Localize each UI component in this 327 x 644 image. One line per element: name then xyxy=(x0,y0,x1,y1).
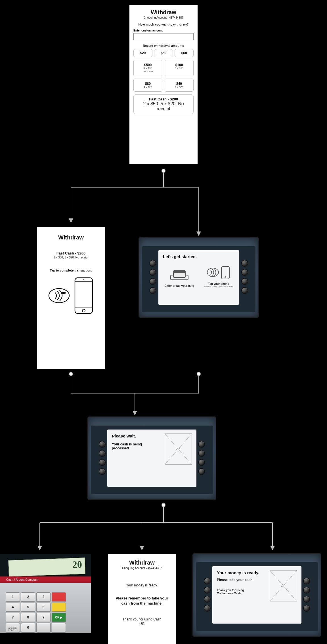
atm-side-button[interactable] xyxy=(242,270,248,275)
svg-marker-30 xyxy=(37,546,42,550)
svg-point-20 xyxy=(197,372,200,376)
fast-cash-breakdown: 2 x $50, 5 x $20, No receipt xyxy=(41,256,101,259)
atm-side-button[interactable] xyxy=(304,578,309,584)
atm-please-wait: Please wait. Your cash is being processe… xyxy=(88,417,216,499)
recent-amount-button[interactable]: $60 xyxy=(175,49,194,57)
fast-cash-amount: Fast Cash - $200 xyxy=(41,251,101,255)
banknote-denomination: 20 xyxy=(72,559,82,570)
keypad-key[interactable]: 7 xyxy=(6,613,20,622)
atm-side-button[interactable] xyxy=(199,451,204,456)
amount-option-button[interactable]: $80 4 x $20 xyxy=(133,79,162,92)
atm-side-button[interactable] xyxy=(242,288,248,293)
svg-point-0 xyxy=(162,169,165,172)
recent-amount-button[interactable]: $50 xyxy=(154,49,173,57)
svg-marker-4 xyxy=(69,218,73,223)
keypad-key[interactable]: 4 xyxy=(6,603,20,612)
atm-side-button[interactable] xyxy=(304,605,309,611)
atm-side-button[interactable] xyxy=(150,270,156,275)
phone-money-ready: Withdraw Chequing Account - 457454357 Yo… xyxy=(108,554,176,644)
svg-rect-15 xyxy=(173,271,185,273)
phone-withdraw-options: Withdraw Chequing Account - 457454357 Ho… xyxy=(129,5,198,164)
atm-option-phone[interactable]: Tap your phone with the Contactless Inte… xyxy=(204,265,233,287)
phone-tap-confirm: Withdraw Fast Cash - $200 2 x $50, 5 x $… xyxy=(37,227,105,369)
amount-option-button[interactable]: $100 5 x $20 xyxy=(165,60,194,76)
atm-side-button[interactable] xyxy=(204,578,210,584)
page-title: Withdraw xyxy=(133,9,194,16)
keypad-key[interactable]: 0 xyxy=(21,623,35,632)
keypad-key[interactable] xyxy=(52,623,66,632)
atm-side-button[interactable] xyxy=(150,288,156,293)
atm-side-button[interactable] xyxy=(99,441,105,447)
keypad-key[interactable]: 2 xyxy=(21,592,35,601)
custom-amount-input[interactable] xyxy=(133,33,194,40)
card-slot-icon xyxy=(169,269,189,281)
banknote: 20 xyxy=(8,557,85,576)
keypad-key[interactable]: 5 xyxy=(21,603,35,612)
atm-side-button[interactable] xyxy=(150,279,156,284)
atm-money-ready: Your money is ready. Please take your ca… xyxy=(193,554,321,636)
keypad-key[interactable]: DECIMALPOINT xyxy=(6,623,20,632)
atm-side-button[interactable] xyxy=(99,451,105,456)
atm-side-button[interactable] xyxy=(304,587,309,593)
atm-thanks: Thank you for using Contactless Cash. xyxy=(217,589,254,595)
keypad-key[interactable]: 8 xyxy=(21,613,35,622)
keypad-clear[interactable] xyxy=(52,603,66,612)
amount-option-button[interactable]: $500 2 x $50 20 x $20 xyxy=(133,60,162,76)
keypad-enter[interactable]: OK ▶ xyxy=(52,613,66,622)
atm-option-card-label: Enter or tap your card xyxy=(165,284,194,287)
keypad-plate: 1 2 3 4 5 6 7 8 9 OK ▶ DECIMALPOINT 0 xyxy=(0,583,91,633)
keypad-cancel[interactable] xyxy=(52,592,66,601)
svg-point-19 xyxy=(69,372,73,376)
atm-side-button[interactable] xyxy=(199,441,204,447)
atm-option-phone-sublabel: with the Contactless Interac chip xyxy=(204,285,233,287)
ready-line: Your money is ready. xyxy=(112,583,172,587)
atm-keypad: 1 2 3 4 5 6 7 8 9 OK ▶ DECIMALPOINT 0 xyxy=(6,592,66,632)
svg-rect-17 xyxy=(221,266,229,279)
atm-side-button[interactable] xyxy=(204,587,210,593)
atm-side-button[interactable] xyxy=(150,260,156,266)
amount-option-button[interactable]: $40 2 x $20 xyxy=(165,79,194,92)
ad-placeholder: Ad xyxy=(270,570,297,601)
atm-side-button[interactable] xyxy=(99,469,105,474)
atm-side-button[interactable] xyxy=(242,279,248,284)
atm-side-button[interactable] xyxy=(99,460,105,465)
contactless-icon xyxy=(48,288,70,303)
atm-get-started: Let's get started. Enter or tap your car… xyxy=(139,238,258,317)
fast-cash-button[interactable]: Fast Cash - $200 2 x $50, 5 x $20, No re… xyxy=(133,94,194,114)
atm-option-card[interactable]: Enter or tap your card xyxy=(165,269,194,287)
account-line: Chequing Account - 457454357 xyxy=(112,567,172,570)
atm-side-button[interactable] xyxy=(199,460,204,465)
keypad-key[interactable]: 9 xyxy=(36,613,51,622)
atm-side-button[interactable] xyxy=(204,605,210,611)
atm-side-button[interactable] xyxy=(304,596,309,602)
atm-side-button[interactable] xyxy=(242,260,248,266)
atm-body: Your cash is being processed. xyxy=(112,442,152,450)
account-line: Chequing Account - 457454357 xyxy=(133,16,194,19)
atm-title: Your money is ready. xyxy=(217,570,266,575)
atm-side-button[interactable] xyxy=(204,596,210,602)
svg-point-11 xyxy=(82,309,85,312)
svg-marker-25 xyxy=(133,411,137,415)
page-title: Withdraw xyxy=(41,234,101,241)
cash-slot-label: Cash / Argent Comptant xyxy=(0,576,91,583)
recent-amounts-label: Recent withdrawal amounts xyxy=(133,44,194,47)
tap-instruction: Tap to complete transaction. xyxy=(41,269,101,272)
atm-title: Let's get started. xyxy=(163,254,234,259)
keypad-key[interactable]: 1 xyxy=(6,592,20,601)
svg-point-16 xyxy=(207,268,219,277)
ad-placeholder: Ad xyxy=(165,433,192,465)
svg-marker-6 xyxy=(196,231,201,236)
svg-marker-32 xyxy=(140,546,144,550)
page-title: Withdraw xyxy=(112,559,172,566)
keypad-key[interactable]: 6 xyxy=(36,603,51,612)
svg-point-12 xyxy=(83,279,84,280)
custom-amount-label: Enter custom amount xyxy=(133,29,194,32)
atm-side-button[interactable] xyxy=(199,469,204,474)
atm-option-phone-label: Tap your phone xyxy=(204,282,233,285)
atm-title: Please wait. xyxy=(112,433,160,438)
keypad-key[interactable] xyxy=(36,623,51,632)
tap-phone-icon xyxy=(207,265,230,279)
keypad-key[interactable]: 3 xyxy=(36,592,51,601)
svg-rect-8 xyxy=(75,278,93,313)
recent-amount-button[interactable]: $20 xyxy=(133,49,152,57)
